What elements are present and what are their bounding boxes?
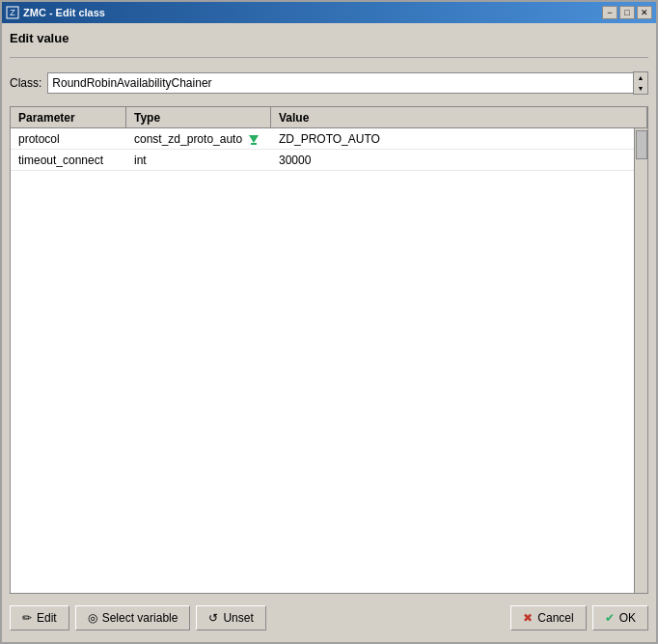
class-row: Class: ▲ ▼ — [10, 71, 648, 95]
table-body: protocol const_zd_proto_auto ZD_PROTO_AU… — [11, 128, 634, 593]
svg-text:Z: Z — [10, 8, 15, 17]
cell-value-0: ZD_PROTO_AUTO — [271, 128, 634, 149]
cancel-icon: ✖ — [523, 611, 533, 625]
content-area: Edit value Class: ▲ ▼ Parameter Type Val… — [2, 23, 656, 642]
col-header-parameter: Parameter — [11, 107, 126, 127]
unset-icon: ↺ — [208, 611, 218, 625]
main-window: Z ZMC - Edit class − □ ✕ Edit value Clas… — [0, 0, 658, 644]
edit-icon: ✏ — [22, 611, 32, 625]
table-container: Parameter Type Value protocol const_zd_p… — [10, 106, 648, 594]
class-input-wrapper: ▲ ▼ — [47, 71, 648, 95]
select-variable-button[interactable]: ◎ Select variable — [75, 605, 191, 630]
table-row[interactable]: timeout_connect int 30000 — [11, 150, 634, 171]
section-title: Edit value — [10, 31, 648, 45]
edit-button[interactable]: ✏ Edit — [10, 605, 69, 630]
ok-button[interactable]: ✔ OK — [592, 605, 648, 630]
spinner-buttons: ▲ ▼ — [633, 71, 648, 95]
window-title: ZMC - Edit class — [23, 7, 105, 18]
separator — [10, 57, 648, 58]
table-row[interactable]: protocol const_zd_proto_auto ZD_PROTO_AU… — [11, 128, 634, 150]
cell-type-0: const_zd_proto_auto — [126, 128, 271, 149]
spinner-up-button[interactable]: ▲ — [634, 72, 647, 83]
select-variable-label: Select variable — [102, 611, 178, 625]
svg-marker-2 — [249, 135, 259, 143]
app-icon: Z — [6, 6, 19, 19]
title-bar: Z ZMC - Edit class − □ ✕ — [2, 2, 656, 23]
unset-button[interactable]: ↺ Unset — [196, 605, 265, 630]
ok-label: OK — [619, 611, 636, 625]
restore-button[interactable]: □ — [619, 6, 635, 19]
select-variable-icon: ◎ — [88, 611, 97, 625]
bottom-left-buttons: ✏ Edit ◎ Select variable ↺ Unset — [10, 605, 266, 630]
cell-value-1: 30000 — [271, 150, 634, 170]
class-label: Class: — [10, 76, 41, 90]
cancel-label: Cancel — [537, 611, 573, 625]
cell-param-0: protocol — [11, 128, 126, 149]
scrollbar-track[interactable] — [634, 128, 647, 593]
enum-dropdown-icon — [246, 131, 261, 147]
close-button[interactable]: ✕ — [637, 6, 652, 19]
col-header-value: Value — [271, 107, 647, 127]
col-header-type: Type — [126, 107, 271, 127]
class-input[interactable] — [47, 72, 634, 94]
cell-param-1: timeout_connect — [11, 150, 126, 170]
cell-type-1: int — [126, 150, 271, 170]
title-bar-left: Z ZMC - Edit class — [6, 6, 105, 19]
table-header: Parameter Type Value — [11, 107, 647, 128]
cancel-button[interactable]: ✖ Cancel — [510, 605, 586, 630]
bottom-buttons-row: ✏ Edit ◎ Select variable ↺ Unset ✖ Cance… — [10, 600, 648, 634]
bottom-right-buttons: ✖ Cancel ✔ OK — [510, 605, 648, 630]
table-with-scroll: protocol const_zd_proto_auto ZD_PROTO_AU… — [11, 128, 647, 593]
scrollbar-thumb[interactable] — [636, 130, 647, 159]
svg-rect-3 — [251, 143, 257, 145]
title-controls: − □ ✕ — [602, 6, 652, 19]
edit-label: Edit — [37, 611, 57, 625]
minimize-button[interactable]: − — [602, 6, 617, 19]
spinner-down-button[interactable]: ▼ — [634, 83, 647, 94]
unset-label: Unset — [223, 611, 253, 625]
ok-icon: ✔ — [605, 611, 615, 625]
